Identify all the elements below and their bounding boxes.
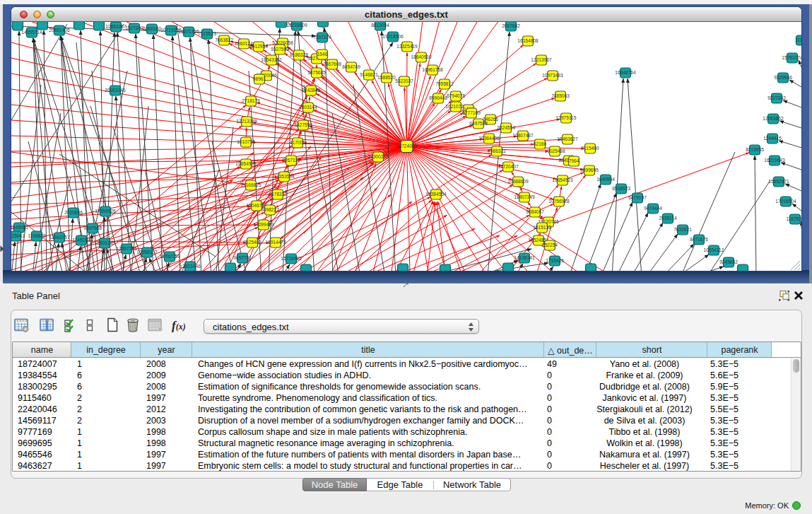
- svg-text:20691406: 20691406: [49, 28, 70, 33]
- svg-text:1167533: 1167533: [786, 216, 801, 221]
- svg-text:15720407: 15720407: [498, 164, 519, 169]
- svg-text:20053346: 20053346: [105, 88, 126, 93]
- svg-text:5322037: 5322037: [395, 78, 413, 83]
- svg-text:2718176: 2718176: [242, 98, 260, 103]
- svg-text:19654923: 19654923: [552, 177, 573, 182]
- svg-text:9146821: 9146821: [360, 72, 378, 77]
- svg-text:13353594: 13353594: [273, 174, 295, 179]
- svg-text:8938923: 8938923: [612, 186, 630, 191]
- svg-text:16154808: 16154808: [517, 38, 539, 43]
- svg-text:12923446: 12923446: [180, 264, 201, 269]
- svg-text:1010755: 1010755: [237, 139, 255, 144]
- svg-text:2087682: 2087682: [502, 23, 520, 28]
- svg-text:7964: 7964: [569, 158, 579, 163]
- svg-text:10653267: 10653267: [105, 24, 126, 29]
- svg-text:2803144: 2803144: [299, 105, 317, 110]
- svg-text:9474444: 9474444: [644, 206, 662, 211]
- svg-text:2935114: 2935114: [659, 216, 677, 221]
- svg-text:7485063: 7485063: [551, 93, 570, 98]
- svg-text:9397588: 9397588: [83, 226, 102, 230]
- svg-text:62160: 62160: [534, 141, 547, 146]
- svg-text:1145194: 1145194: [72, 238, 90, 243]
- svg-text:12975115: 12975115: [556, 115, 577, 120]
- svg-text:19654925: 19654925: [235, 161, 257, 166]
- svg-text:17016504: 17016504: [775, 199, 796, 204]
- svg-text:18724007: 18724007: [396, 144, 418, 148]
- svg-text:19166825: 19166825: [240, 182, 261, 187]
- svg-text:5875685: 5875685: [307, 70, 326, 75]
- svg-text:20364436: 20364436: [478, 136, 500, 141]
- svg-text:9329966: 9329966: [774, 75, 792, 80]
- svg-text:11123: 11123: [795, 37, 801, 42]
- svg-text:8215955: 8215955: [746, 147, 764, 152]
- svg-text:14136141: 14136141: [514, 255, 535, 260]
- svg-text:7955812: 7955812: [435, 81, 454, 86]
- svg-text:1156829: 1156829: [28, 233, 46, 238]
- svg-text:16543382: 16543382: [261, 57, 282, 62]
- svg-text:7357224: 7357224: [313, 35, 331, 40]
- svg-text:1733426: 1733426: [546, 258, 564, 263]
- svg-text:1615132: 1615132: [533, 225, 551, 230]
- svg-text:16210643: 16210643: [764, 158, 785, 163]
- svg-text:3498222: 3498222: [261, 207, 279, 212]
- svg-text:18807249: 18807249: [514, 194, 535, 199]
- svg-text:16961758: 16961758: [422, 67, 443, 72]
- svg-text:12300275: 12300275: [367, 154, 389, 159]
- svg-text:2020656: 2020656: [64, 210, 83, 215]
- svg-text:8427552: 8427552: [294, 122, 312, 127]
- svg-text:6497568: 6497568: [469, 121, 488, 126]
- svg-text:10025488: 10025488: [544, 148, 565, 153]
- svg-text:9899695: 9899695: [580, 168, 599, 173]
- svg-text:10958107: 10958107: [136, 250, 158, 255]
- svg-text:8471676: 8471676: [690, 237, 708, 242]
- svg-text:8990448: 8990448: [429, 95, 447, 100]
- svg-text:9245652: 9245652: [719, 259, 738, 264]
- svg-text:8813054: 8813054: [371, 23, 389, 28]
- svg-text:1640954: 1640954: [596, 177, 615, 182]
- svg-text:17359926: 17359926: [95, 209, 116, 214]
- svg-text:10807487: 10807487: [512, 133, 534, 138]
- svg-text:14055714: 14055714: [21, 30, 42, 35]
- svg-text:15751074: 15751074: [782, 55, 801, 60]
- svg-text:17957255: 17957255: [116, 246, 137, 251]
- svg-text:1244415: 1244415: [763, 136, 782, 141]
- svg-text:15692971: 15692971: [768, 179, 789, 184]
- svg-text:9327503: 9327503: [271, 47, 289, 52]
- svg-text:9084067: 9084067: [526, 209, 544, 214]
- svg-text:7986322: 7986322: [488, 148, 506, 153]
- svg-text:3915941: 3915941: [11, 233, 25, 238]
- svg-text:16914479: 16914479: [265, 240, 286, 245]
- svg-text:1546: 1546: [317, 52, 328, 57]
- svg-text:6794078: 6794078: [447, 93, 465, 98]
- svg-text:19384554: 19384554: [425, 192, 447, 197]
- svg-text:7625402: 7625402: [243, 240, 261, 245]
- svg-text:10654112: 10654112: [704, 247, 724, 252]
- svg-text:19218506: 19218506: [382, 34, 404, 39]
- svg-text:9227342: 9227342: [767, 95, 786, 100]
- svg-text:10688609: 10688609: [507, 179, 529, 184]
- svg-text:6479197: 6479197: [628, 195, 647, 200]
- svg-text:9777169: 9777169: [462, 110, 481, 115]
- svg-text:1588520: 1588520: [377, 75, 396, 80]
- svg-text:98961: 98961: [253, 76, 266, 81]
- svg-text:3267110: 3267110: [282, 158, 300, 163]
- svg-text:18640910: 18640910: [411, 54, 432, 59]
- svg-text:10973493: 10973493: [542, 73, 563, 78]
- svg-text:8912954: 8912954: [249, 44, 268, 49]
- svg-text:7515523: 7515523: [198, 31, 216, 36]
- svg-text:252254: 252254: [542, 243, 558, 247]
- svg-text:16648764: 16648764: [615, 70, 636, 75]
- svg-text:9242848: 9242848: [302, 88, 320, 93]
- svg-text:8454749: 8454749: [342, 64, 360, 69]
- svg-text:417006: 417006: [290, 140, 305, 145]
- svg-text:12905185: 12905185: [94, 240, 115, 245]
- svg-text:2867608: 2867608: [323, 62, 341, 66]
- svg-text:12213389: 12213389: [236, 119, 257, 124]
- svg-text:16033809: 16033809: [286, 23, 307, 28]
- svg-text:9457791: 9457791: [233, 255, 252, 260]
- svg-text:1527602: 1527602: [125, 25, 143, 30]
- svg-text:16782759: 16782759: [159, 254, 180, 259]
- svg-text:7663822: 7663822: [215, 37, 233, 42]
- svg-text:9115460: 9115460: [581, 146, 599, 151]
- svg-text:12942757: 12942757: [49, 235, 70, 240]
